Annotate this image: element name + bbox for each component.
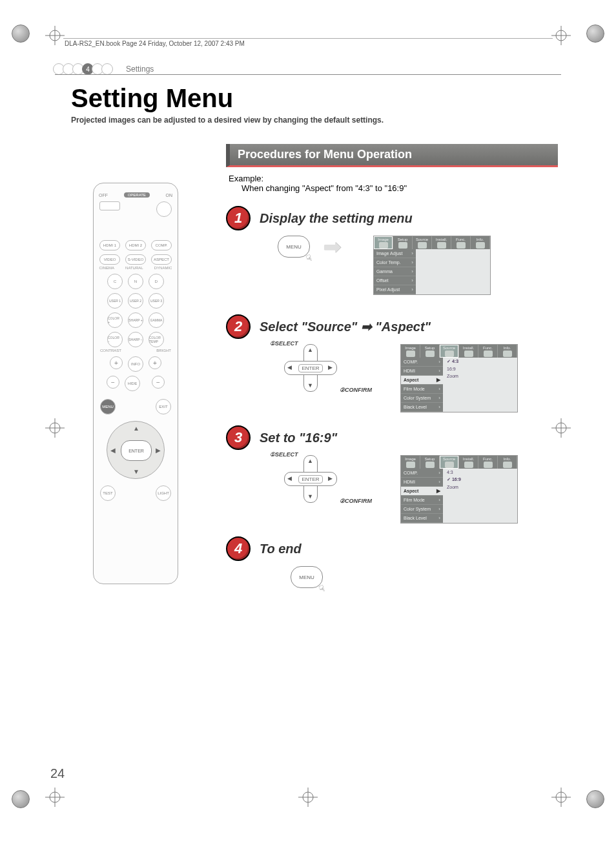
osd-tab-source: Source bbox=[413, 236, 432, 249]
osd-tab-image: Image bbox=[401, 345, 420, 358]
print-corner-mark bbox=[12, 25, 30, 43]
confirm-annotation: ②CONFIRM bbox=[340, 498, 372, 504]
osd-tab-info: Info. bbox=[498, 456, 517, 469]
osd-tab-source: Source bbox=[440, 345, 459, 358]
section-header: Procedures for Menu Operation bbox=[226, 144, 558, 167]
enter-dpad-icon: ENTER ▲ ▼ ◀ ▶ bbox=[284, 455, 336, 502]
osd-preview-source-aspect: Image Setup Source Install. Func. Info. … bbox=[400, 344, 518, 412]
arrow-up-icon: ▲ bbox=[307, 458, 313, 464]
remote-c-button: C bbox=[107, 274, 123, 289]
remote-user1-button: USER 1 bbox=[107, 293, 123, 309]
remote-bright-plus-button: + bbox=[149, 356, 161, 369]
page-number: 24 bbox=[50, 766, 65, 781]
remote-comp-button: COMP. bbox=[151, 240, 172, 250]
page-subtitle: Projected images can be adjusted to a de… bbox=[71, 116, 558, 125]
osd-option-selected: 4:3 bbox=[443, 358, 517, 365]
osd-item-selected: Aspect▶ bbox=[401, 376, 443, 385]
step-title-2: Select "Source" ➡ "Aspect" bbox=[260, 319, 431, 334]
remote-contrast-plus-button: + bbox=[110, 356, 123, 369]
remote-svideo-button: S-VIDEO bbox=[125, 254, 146, 265]
remote-d-button: D bbox=[149, 274, 164, 289]
registration-mark-icon bbox=[45, 418, 65, 438]
osd-item: Gamma› bbox=[374, 267, 416, 276]
remote-hdmi1-button: HDMI 1 bbox=[99, 240, 120, 250]
print-corner-mark bbox=[586, 790, 604, 808]
osd-item: Color Temp.› bbox=[374, 258, 416, 267]
osd-item-selected: Aspect▶ bbox=[401, 487, 443, 496]
breadcrumb-dot bbox=[101, 63, 113, 75]
enter-dpad-icon: ENTER ▲ ▼ ◀ ▶ bbox=[284, 344, 336, 391]
remote-hide-button: HIDE bbox=[125, 376, 140, 391]
pointer-hand-icon: ☟ bbox=[305, 252, 314, 264]
osd-preview-image-tab: Image Setup Source Install. Func. Info. … bbox=[373, 236, 491, 295]
remote-exit-button: EXIT bbox=[156, 399, 171, 414]
arrow-left-icon: ◀ bbox=[110, 447, 116, 454]
arrow-down-icon: ▼ bbox=[307, 493, 313, 500]
osd-item: Pixel Adjust› bbox=[374, 285, 416, 294]
osd-item: Color System› bbox=[401, 505, 443, 514]
step-badge-3: 3 bbox=[226, 425, 251, 450]
registration-mark-icon bbox=[45, 788, 65, 807]
remote-sharp-minus-button: SHARP − bbox=[128, 332, 143, 347]
arrow-right-icon: ▶ bbox=[156, 447, 161, 454]
registration-mark-icon bbox=[551, 788, 571, 807]
osd-tab-install: Install. bbox=[459, 456, 478, 469]
remote-enter-button: ENTER bbox=[121, 440, 152, 461]
step-title-4: To end bbox=[260, 542, 302, 556]
osd-tab-install: Install. bbox=[459, 345, 478, 358]
pointer-hand-icon: ☟ bbox=[318, 583, 327, 595]
osd-item: Color System› bbox=[401, 394, 443, 403]
remote-user2-button: USER 2 bbox=[128, 293, 143, 309]
osd-tab-source: Source bbox=[440, 456, 459, 469]
remote-light-button: LIGHT bbox=[156, 485, 171, 501]
remote-natural-label: NATURAL bbox=[125, 266, 143, 270]
print-corner-mark bbox=[586, 25, 604, 43]
osd-item: Black Level› bbox=[401, 514, 443, 523]
osd-tab-setup: Setup bbox=[420, 456, 440, 469]
remote-info-button: INFO bbox=[128, 356, 143, 372]
book-header: DLA-RS2_EN.book Page 24 Friday, October … bbox=[65, 40, 245, 47]
remote-gamma-button: GAMMA bbox=[149, 312, 164, 328]
osd-tab-info: Info. bbox=[498, 345, 517, 358]
osd-item: Black Level› bbox=[401, 403, 443, 412]
registration-mark-icon bbox=[45, 26, 65, 45]
osd-item: HDMI› bbox=[401, 367, 443, 376]
step-title-1: Display the setting menu bbox=[260, 211, 413, 226]
osd-tab-image: Image bbox=[374, 236, 393, 249]
confirm-annotation: ②CONFIRM bbox=[340, 387, 372, 393]
osd-tab-image: Image bbox=[401, 456, 420, 469]
remote-colortemp-button: COLOR TEMP bbox=[149, 332, 164, 347]
remote-sharp-plus-button: SHARP + bbox=[128, 312, 143, 328]
remote-dynamic-label: DYNAMIC bbox=[154, 266, 172, 270]
breadcrumb-rule bbox=[55, 74, 561, 75]
remote-contrast-minus-button: − bbox=[107, 376, 119, 389]
step-badge-4: 4 bbox=[226, 536, 251, 561]
osd-item: Film Mode› bbox=[401, 385, 443, 394]
remote-dpad: ▲ ▼ ◀ ▶ ENTER bbox=[107, 421, 165, 479]
osd-option: Zoom bbox=[443, 483, 517, 491]
osd-item: COMP.› bbox=[401, 358, 443, 367]
remote-bright-minus-button: − bbox=[152, 376, 165, 389]
osd-option: 16:9 bbox=[443, 365, 517, 372]
remote-aspect-button: ASPECT bbox=[151, 254, 172, 265]
osd-tab-setup: Setup bbox=[420, 345, 440, 358]
example-label: Example: bbox=[229, 174, 558, 183]
arrow-up-icon: ▲ bbox=[307, 347, 313, 353]
osd-tab-func: Func. bbox=[451, 236, 471, 249]
header-rule bbox=[63, 38, 553, 39]
remote-video-button: VIDEO bbox=[99, 254, 120, 265]
remote-off-button bbox=[99, 201, 120, 210]
arrow-up-icon: ▲ bbox=[133, 425, 139, 432]
remote-bright-label: BRIGHT bbox=[156, 349, 171, 352]
osd-tab-setup: Setup bbox=[393, 236, 413, 249]
remote-off-label: OFF bbox=[99, 193, 108, 198]
osd-item: Film Mode› bbox=[401, 496, 443, 505]
step-title-3: Set to "16:9" bbox=[260, 431, 337, 445]
remote-on-label: ON bbox=[165, 193, 172, 198]
registration-mark-icon bbox=[298, 788, 318, 807]
osd-option-selected: 16:9 bbox=[443, 476, 517, 483]
step-badge-1: 1 bbox=[226, 206, 251, 230]
menu-button-icon: MENU ☟ bbox=[278, 236, 310, 258]
remote-menu-button: MENU bbox=[100, 399, 116, 414]
remote-n-button: N bbox=[128, 274, 143, 289]
